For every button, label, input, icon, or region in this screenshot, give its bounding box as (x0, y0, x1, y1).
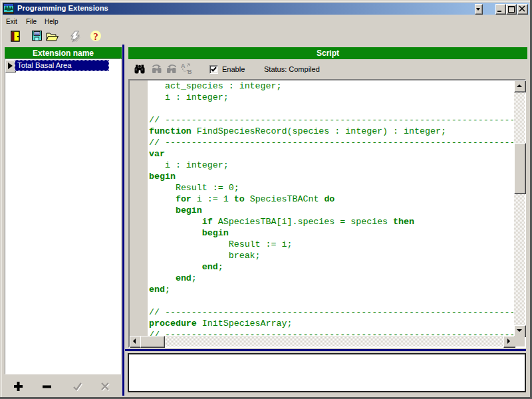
svg-text:B: B (188, 68, 192, 74)
svg-text:A: A (181, 63, 186, 69)
svg-text:?: ? (93, 31, 98, 42)
